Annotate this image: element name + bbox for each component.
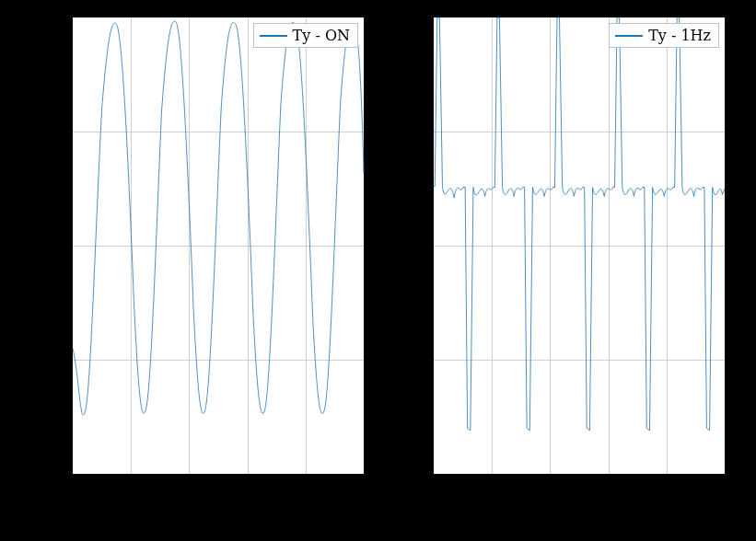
ytick-label: -100	[394, 466, 427, 484]
legend-swatch	[260, 35, 287, 37]
xtick-label: 1	[126, 480, 135, 498]
xtick-label: 2	[184, 480, 193, 498]
trace-ty-on	[73, 17, 364, 474]
xtick-label: 3	[243, 480, 252, 498]
xtick-label: 4	[662, 480, 671, 498]
legend-label: Ty - ON	[293, 27, 350, 44]
xtick-label: 1	[487, 480, 496, 498]
ytick-label: 100	[399, 8, 427, 26]
axes-left: Ty - ON	[72, 17, 365, 475]
ylabel-right: torque [Nm]	[374, 193, 393, 297]
xtick-label: 5	[721, 480, 730, 498]
ytick-label: 100	[38, 8, 66, 26]
ytick-label: 50	[409, 122, 427, 140]
legend-swatch	[615, 35, 643, 37]
xlabel-left: t[s]	[204, 502, 233, 522]
ytick-label: -50	[403, 351, 427, 369]
ytick-label: -100	[33, 466, 66, 484]
xtick-label: 4	[301, 480, 310, 498]
legend-right: Ty - 1Hz	[609, 23, 719, 48]
legend-left: Ty - ON	[253, 23, 358, 48]
legend-label: Ty - 1Hz	[648, 27, 711, 44]
ytick-label: -50	[42, 351, 66, 369]
xlabel-right: t[s]	[565, 502, 594, 522]
ylabel-left: torque [Nm]	[11, 193, 30, 297]
trace-ty-1hz	[434, 17, 725, 474]
xtick-label: 3	[604, 480, 613, 498]
xtick-label: 2	[545, 480, 554, 498]
ytick-label: 0	[418, 237, 427, 255]
axes-right: Ty - 1Hz	[433, 17, 726, 475]
xtick-label: 0	[67, 480, 76, 498]
ytick-label: 50	[48, 122, 66, 140]
xtick-label: 0	[428, 480, 437, 498]
ytick-label: 0	[57, 237, 66, 255]
xtick-label: 5	[360, 480, 369, 498]
